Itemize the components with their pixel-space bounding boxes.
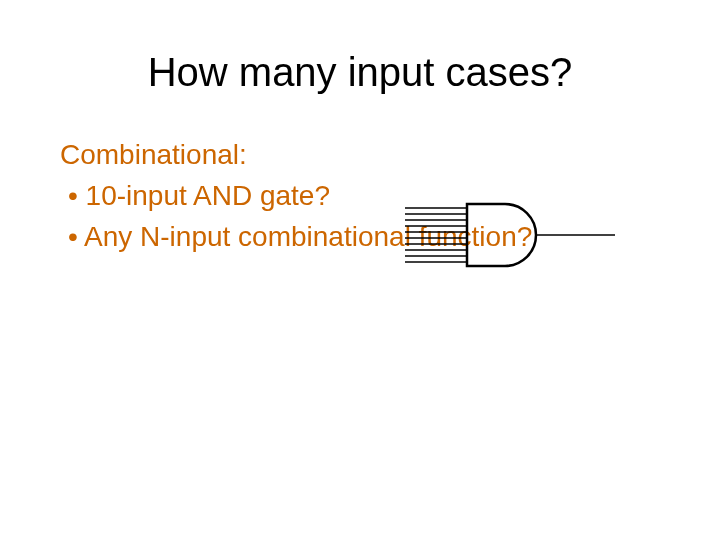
slide-container: How many input cases? Combinational: • 1… <box>0 50 720 540</box>
body-heading: Combinational: <box>60 135 660 174</box>
slide-title: How many input cases? <box>0 50 720 95</box>
and-gate-icon <box>405 202 625 274</box>
